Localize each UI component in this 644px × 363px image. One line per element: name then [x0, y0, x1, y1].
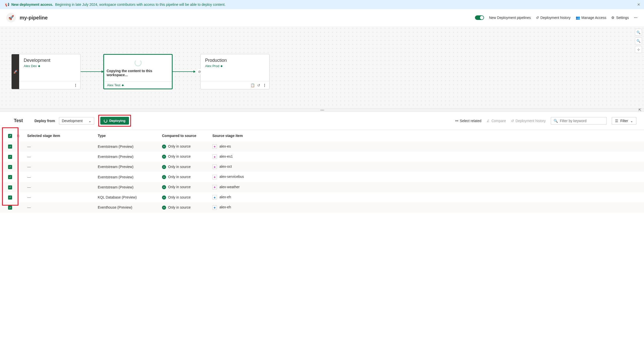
- source-cell: ◈alex-servicebus: [210, 172, 644, 182]
- type-cell: Eventstream (Preview): [95, 182, 159, 192]
- table-row[interactable]: ✓ — KQL Database (Preview) +Only in sour…: [0, 192, 644, 202]
- megaphone-icon: 📢: [5, 3, 9, 7]
- spinner-icon: [104, 119, 107, 123]
- rules-icon[interactable]: 📋: [250, 83, 255, 87]
- deploy-button[interactable]: Deploying: [100, 117, 129, 125]
- compared-cell: +Only in source: [159, 152, 210, 162]
- history-icon: ↺: [511, 119, 514, 123]
- type-cell: Eventhouse (Preview): [95, 202, 159, 212]
- items-table: ✓ ⎘ Selected stage item Type Compared to…: [0, 130, 644, 213]
- expand-icon[interactable]: ⇱: [638, 108, 641, 112]
- toggle-label: New Deployment pipelines: [489, 16, 531, 20]
- panel-divider[interactable]: ══ ⇱: [0, 108, 644, 112]
- compared-cell: +Only in source: [159, 182, 210, 192]
- diamond-icon: ◆: [38, 64, 40, 68]
- source-cell: ◈alex-weather: [210, 182, 644, 192]
- stage-card-development[interactable]: 🚀 Development Alex Dev ◆ ⋮: [11, 54, 81, 89]
- item-type-icon: ◈: [212, 154, 217, 159]
- item-type-icon: ◈: [212, 175, 217, 179]
- compared-cell: +Only in source: [159, 142, 210, 152]
- item-type-icon: ◈: [212, 195, 217, 200]
- loading-spinner-icon: [135, 59, 142, 66]
- gear-icon: ⚙: [611, 16, 615, 20]
- stage-rocket-icon: 🚀: [12, 54, 19, 89]
- selected-item-cell: —: [27, 195, 31, 199]
- plus-icon: +: [162, 185, 166, 189]
- stage-menu[interactable]: ⋮: [263, 83, 266, 87]
- column-header-source[interactable]: Source stage item: [210, 130, 644, 142]
- item-type-icon: ◈: [212, 164, 217, 169]
- select-related-button[interactable]: ⚯ Select related: [455, 119, 481, 123]
- toggle-new-pipelines[interactable]: [475, 15, 484, 20]
- compared-cell: +Only in source: [159, 162, 210, 172]
- stage-card-test[interactable]: Copying the content to this workspace...…: [103, 54, 173, 89]
- people-icon: 👥: [576, 16, 580, 20]
- table-row[interactable]: ✓ — Eventstream (Preview) +Only in sourc…: [0, 162, 644, 172]
- compare-icon: ⫝̸: [486, 119, 490, 123]
- notification-banner: 📢 New deployment access. Beginning in la…: [0, 0, 644, 9]
- column-header-type[interactable]: Type: [95, 130, 159, 142]
- column-header-selected[interactable]: Selected stage item: [25, 130, 95, 142]
- banner-text: Beginning in late July 2024, workspace c…: [55, 3, 226, 7]
- stage-workspace: Alex Test: [107, 83, 120, 87]
- type-cell: KQL Database (Preview): [95, 192, 159, 202]
- settings-link[interactable]: ⚙ Settings: [611, 16, 629, 20]
- type-cell: Eventstream (Preview): [95, 172, 159, 182]
- fit-view-button[interactable]: ⊹: [635, 46, 642, 53]
- column-header-compared[interactable]: Compared to source: [159, 130, 210, 142]
- pipeline-icon: 🚀: [6, 13, 16, 22]
- table-wrapper: ✓ ⎘ Selected stage item Type Compared to…: [0, 130, 644, 213]
- table-row[interactable]: ✓ — Eventstream (Preview) +Only in sourc…: [0, 152, 644, 162]
- stage-menu[interactable]: ⋮: [74, 83, 77, 87]
- table-row[interactable]: ✓ — Eventstream (Preview) +Only in sourc…: [0, 182, 644, 192]
- type-cell: Eventstream (Preview): [95, 142, 159, 152]
- selected-item-cell: —: [27, 175, 31, 179]
- chevron-down-icon: ⌄: [88, 119, 91, 123]
- close-icon[interactable]: ✕: [637, 3, 640, 7]
- deployment-history-button[interactable]: ↺ Deployment history: [511, 119, 546, 123]
- table-row[interactable]: ✓ — Eventstream (Preview) +Only in sourc…: [0, 142, 644, 152]
- zoom-out-button[interactable]: 🔍: [635, 37, 642, 44]
- compare-button[interactable]: ⫝̸ Compare: [486, 119, 506, 123]
- selected-item-cell: —: [27, 165, 31, 169]
- more-menu[interactable]: ⋯: [634, 16, 638, 20]
- stage-workspace: Alex Prod: [205, 64, 219, 68]
- diamond-icon: ◆: [122, 83, 124, 87]
- pipeline-canvas: 🔍 🔍 ⊹ 🚀 Development Alex Dev ◆ ⋮: [0, 26, 644, 108]
- highlight-box: Deploying: [98, 115, 131, 127]
- selected-item-cell: —: [27, 205, 31, 209]
- zoom-in-button[interactable]: 🔍: [635, 29, 642, 36]
- deployment-history-link[interactable]: ↺ Deployment history: [536, 16, 571, 20]
- plus-icon: +: [162, 206, 166, 210]
- search-input-wrapper: 🔍: [551, 117, 607, 125]
- banner-title: New deployment access.: [11, 3, 53, 7]
- type-cell: Eventstream (Preview): [95, 152, 159, 162]
- item-type-icon: ◈: [212, 205, 217, 210]
- plus-icon: +: [162, 155, 166, 159]
- history-icon[interactable]: ↺: [257, 83, 260, 87]
- highlight-box: [2, 127, 18, 206]
- selected-item-cell: —: [27, 155, 31, 159]
- type-cell: Eventstream (Preview): [95, 162, 159, 172]
- page-header: 🚀 my-pipeline New Deployment pipelines ↺…: [0, 9, 644, 26]
- source-cell: ◈alex-oct: [210, 162, 644, 172]
- source-cell: ◈alex-es: [210, 142, 644, 152]
- details-toolbar: Test Deploy from Development ⌄ Deploying…: [0, 112, 644, 130]
- stage-card-production[interactable]: Production Alex Prod ◆ 📋 ↺ ⋮: [200, 54, 270, 89]
- blocked-icon: ⊘: [197, 69, 202, 74]
- arrow-connector: [81, 71, 103, 72]
- search-input[interactable]: [560, 119, 604, 123]
- plus-icon: +: [162, 196, 166, 200]
- manage-access-link[interactable]: 👥 Manage Access: [576, 16, 606, 20]
- plus-icon: +: [162, 165, 166, 169]
- table-row[interactable]: ✓ — Eventhouse (Preview) +Only in source…: [0, 202, 644, 212]
- compared-cell: +Only in source: [159, 172, 210, 182]
- toolbar-title: Test: [14, 118, 23, 123]
- deploy-from-dropdown[interactable]: Development ⌄: [59, 117, 94, 125]
- table-row[interactable]: ✓ — Eventstream (Preview) +Only in sourc…: [0, 172, 644, 182]
- filter-button[interactable]: ☰ Filter ⌄: [612, 117, 636, 125]
- chevron-down-icon: ⌄: [630, 119, 633, 123]
- plus-icon: +: [162, 145, 166, 149]
- row-checkbox[interactable]: ✓: [8, 206, 12, 210]
- filter-icon: ☰: [615, 119, 618, 123]
